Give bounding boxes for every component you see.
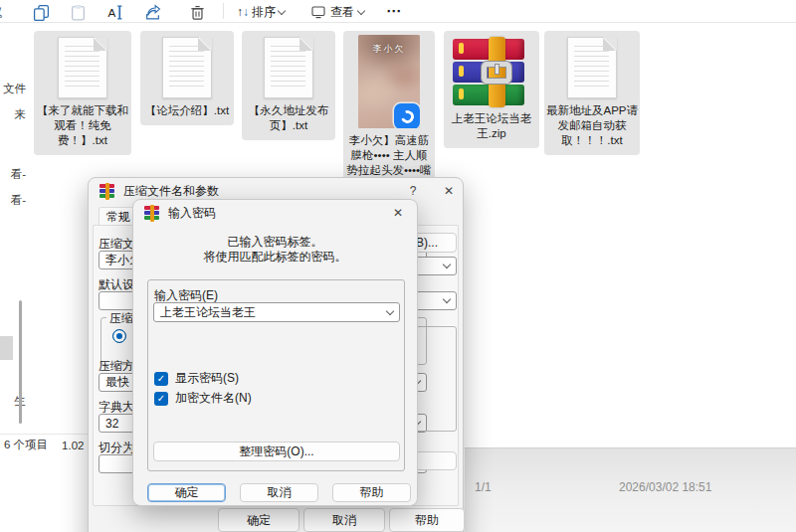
ok-button[interactable]: 确定 — [218, 508, 299, 532]
trash-icon — [189, 4, 206, 21]
cancel-button[interactable]: 取消 — [240, 483, 318, 502]
sidebar-item-fragment[interactable]: 文件 — [3, 82, 26, 96]
cut-button[interactable]: ✂ — [0, 6, 10, 19]
password-input[interactable]: 上老王论坛当老王 — [153, 302, 400, 322]
partial-panel — [0, 336, 13, 360]
cancel-button[interactable]: 取消 — [303, 508, 385, 532]
show-password-label: 显示密码(S) — [175, 370, 239, 387]
watermark-label: 李小欠 — [358, 43, 420, 56]
partial-button[interactable] — [415, 451, 457, 470]
more-button[interactable]: ⋯ — [386, 0, 402, 22]
dialog-title: 压缩文件名和参数 — [123, 183, 219, 200]
rename-icon: A — [106, 4, 123, 21]
encrypt-names-label: 加密文件名(N) — [175, 390, 252, 407]
txt-file-icon — [567, 37, 617, 98]
close-icon[interactable]: ✕ — [435, 180, 463, 202]
chevron-down-icon — [443, 261, 451, 268]
share-button[interactable] — [144, 1, 161, 23]
file-tile[interactable]: 最新地址及APP请发邮箱自动获取！！！.txt — [544, 31, 640, 155]
txt-file-icon — [264, 37, 313, 98]
sidebar-item-fragment[interactable]: 看- — [11, 167, 26, 182]
chevron-down-icon — [357, 6, 365, 14]
video-thumbnail: 李小欠 — [358, 35, 420, 128]
paste-icon — [70, 4, 87, 21]
dialog-titlebar: 输入密码 — [133, 200, 417, 226]
sort-button[interactable]: ↑↓ 排序 — [237, 1, 285, 23]
copy-icon — [33, 4, 50, 21]
file-tile[interactable]: 【永久地址发布页】.txt — [242, 31, 335, 140]
rename-button[interactable]: A — [106, 1, 123, 23]
close-icon[interactable]: ✕ — [384, 202, 412, 224]
encrypt-names-row[interactable]: ✓ 加密文件名(N) — [154, 390, 252, 407]
file-tile[interactable]: 上老王论坛当老王.zip — [444, 31, 539, 148]
txt-file-icon — [162, 37, 212, 98]
file-name-label: 最新地址及APP请发邮箱自动获取！！！.txt — [546, 103, 638, 148]
more-icon: ⋯ — [386, 2, 402, 20]
ok-button[interactable]: 确定 — [147, 483, 226, 502]
organize-passwords-button[interactable]: 整理密码(O)... — [153, 442, 400, 461]
file-name-label: 上老王论坛当老王.zip — [446, 111, 537, 141]
monitor-icon — [310, 4, 326, 20]
password-dialog: 输入密码 ✕ 已输入密码标签。 将使用匹配此标签的密码。 输入密码(E) 上老王… — [132, 199, 418, 506]
scrollbar[interactable] — [19, 300, 22, 424]
password-value: 上老王论坛当老王 — [160, 304, 256, 321]
sort-label: 排序 — [252, 4, 276, 21]
datetime-label: 2026/03/02 18:51 — [619, 480, 711, 494]
winrar-icon — [100, 184, 115, 199]
checkbox-checked-icon[interactable]: ✓ — [154, 372, 168, 386]
file-tile[interactable]: 李小欠 李小欠】高速筋膜枪•••• 主人顺势拉起头发••••嘴里不... — [343, 31, 435, 200]
screen: ✂ A ↑↓ 排序 查看 ⋯ 文件 来 看- — [0, 0, 796, 532]
items-count: 6 个项目 — [4, 438, 48, 452]
sidebar-item-fragment[interactable]: 看- — [11, 193, 26, 208]
viewer-bottom-bar: 1/1 2026/03/02 18:51 — [465, 447, 796, 532]
checkbox-checked-icon[interactable]: ✓ — [154, 392, 168, 406]
winrar-archive-icon — [453, 39, 530, 106]
file-name-label: 【永久地址发布页】.txt — [244, 103, 333, 133]
chevron-down-icon — [386, 306, 394, 314]
chevron-down-icon — [278, 6, 286, 14]
player-badge-icon — [394, 103, 420, 128]
view-label: 查看 — [330, 4, 354, 21]
rar-radio[interactable] — [112, 329, 126, 343]
view-button[interactable]: 查看 — [310, 1, 364, 23]
file-tile[interactable]: 【论坛介绍】.txt — [140, 31, 234, 125]
winrar-icon — [144, 206, 160, 221]
toolbar-separator — [223, 3, 224, 19]
svg-text:A: A — [108, 6, 116, 19]
nav-pane-fragment: 文件 来 看- 看- 生 — [0, 24, 27, 434]
txt-file-icon — [58, 37, 107, 98]
paste-button[interactable] — [70, 1, 87, 23]
delete-button[interactable] — [189, 1, 206, 23]
chevron-down-icon — [443, 295, 451, 303]
page-indicator: 1/1 — [475, 480, 492, 494]
show-password-row[interactable]: ✓ 显示密码(S) — [154, 370, 239, 387]
explorer-toolbar: ✂ A ↑↓ 排序 查看 ⋯ — [0, 0, 796, 23]
info-text-line2: 将使用匹配此标签的密码。 — [133, 249, 417, 266]
file-name-label: 【论坛介绍】.txt — [145, 103, 229, 118]
sidebar-item-fragment[interactable]: 来 — [15, 107, 27, 122]
help-button[interactable]: 帮助 — [389, 508, 465, 532]
file-name-label: 【来了就能下载和观看！纯免费！】.txt — [36, 103, 129, 148]
cut-icon: ✂ — [0, 6, 8, 19]
share-icon — [144, 4, 161, 21]
dialog-title: 输入密码 — [168, 205, 216, 222]
copy-button[interactable] — [33, 1, 50, 23]
help-button[interactable]: 帮助 — [332, 483, 411, 502]
file-tile[interactable]: 【来了就能下载和观看！纯免费！】.txt — [34, 31, 131, 155]
